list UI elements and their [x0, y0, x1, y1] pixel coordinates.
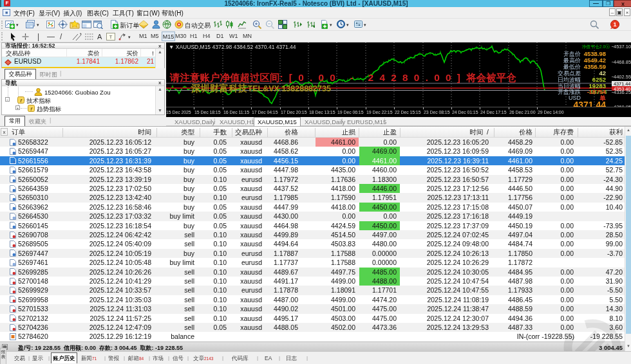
- svg-text:T: T: [109, 34, 113, 40]
- svg-text:1: 1: [613, 21, 616, 28]
